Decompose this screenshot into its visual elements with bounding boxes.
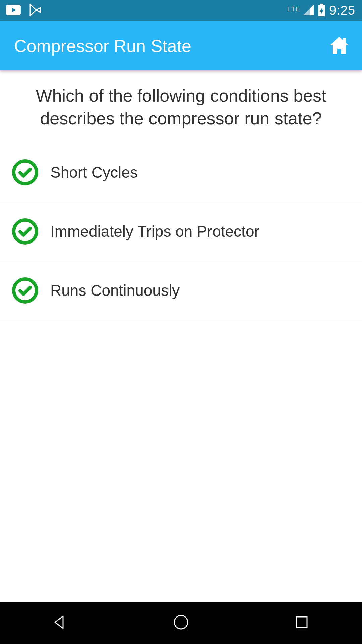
svg-rect-6 — [320, 4, 323, 5]
check-circle-icon — [12, 218, 38, 245]
back-icon — [52, 613, 69, 632]
svg-marker-5 — [303, 8, 310, 15]
status-bar: LTE 9:25 — [0, 0, 362, 21]
option-list: Short Cycles Immediately Trips on Protec… — [0, 143, 362, 320]
page-title: Compressor Run State — [14, 36, 191, 56]
check-circle-icon — [12, 277, 38, 304]
clock: 9:25 — [329, 3, 355, 18]
svg-marker-13 — [55, 616, 63, 628]
home-icon — [328, 36, 350, 56]
battery-charging-icon — [318, 4, 326, 18]
lte-label: LTE — [287, 5, 301, 13]
svg-rect-15 — [296, 617, 307, 628]
option-trips-protector[interactable]: Immediately Trips on Protector — [0, 202, 362, 261]
status-left — [6, 4, 42, 18]
svg-point-14 — [174, 615, 188, 629]
svg-marker-3 — [36, 8, 40, 12]
check-circle-icon — [12, 159, 38, 185]
recent-apps-button[interactable] — [288, 609, 315, 636]
youtube-icon — [6, 5, 21, 17]
app-bar: Compressor Run State — [0, 21, 362, 70]
signal-icon — [302, 4, 314, 17]
play-store-icon — [29, 4, 42, 18]
option-label: Runs Continuously — [50, 281, 180, 300]
home-button[interactable] — [327, 34, 351, 58]
svg-rect-9 — [343, 38, 346, 43]
home-nav-button[interactable] — [168, 609, 194, 636]
option-runs-continuously[interactable]: Runs Continuously — [0, 261, 362, 320]
back-button[interactable] — [47, 609, 74, 636]
question-text: Which of the following conditions best d… — [0, 70, 362, 143]
option-label: Short Cycles — [50, 163, 138, 181]
option-short-cycles[interactable]: Short Cycles — [0, 143, 362, 202]
status-right: LTE 9:25 — [287, 3, 355, 18]
option-label: Immediately Trips on Protector — [50, 222, 259, 240]
system-nav-bar — [0, 602, 362, 644]
square-icon — [294, 614, 310, 632]
circle-icon — [172, 613, 190, 632]
